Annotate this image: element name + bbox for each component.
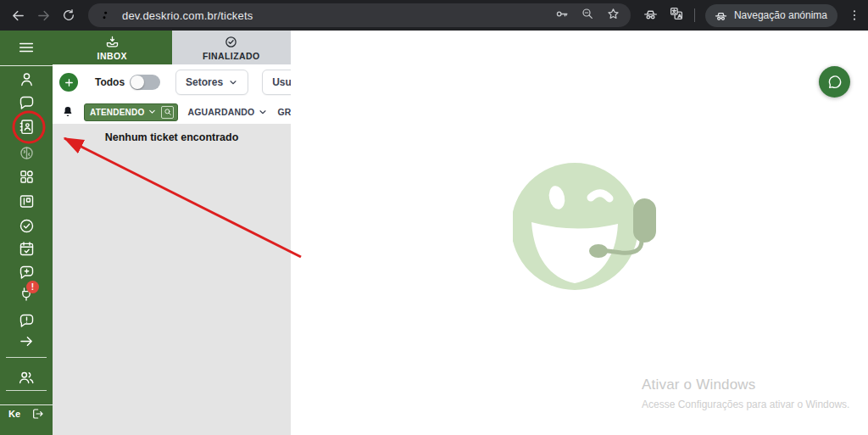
- sidebar: ! Ke: [0, 31, 53, 435]
- incognito-mode-pill[interactable]: Navegação anónima: [705, 4, 837, 27]
- logout-button[interactable]: [31, 407, 44, 421]
- watermark-title: Ativar o Windows: [642, 376, 849, 393]
- check-circle-icon: [224, 35, 238, 49]
- sidebar-item-completed[interactable]: [0, 215, 53, 236]
- check-circle-icon: [18, 217, 36, 235]
- chevron-down-icon: [258, 107, 268, 117]
- tab-finalizado[interactable]: FINALIZADO: [172, 31, 292, 64]
- toolbar-divider: [694, 8, 695, 22]
- setores-dropdown[interactable]: Setores: [175, 70, 248, 95]
- atendendo-label: ATENDENDO: [90, 108, 144, 117]
- contact-book-icon: [18, 118, 36, 136]
- incognito-label: Navegação anónima: [734, 9, 827, 21]
- menu-button[interactable]: [0, 37, 53, 58]
- brain-icon: [18, 144, 36, 162]
- inbox-icon: [105, 35, 120, 49]
- chat-fab-button[interactable]: [819, 66, 850, 98]
- chevron-down-icon: [228, 77, 238, 87]
- screen: dev.deskrio.com.br/tickets: [0, 0, 868, 435]
- todos-toggle[interactable]: [130, 75, 160, 90]
- site-settings-icon[interactable]: [98, 8, 114, 23]
- browser-menu-button[interactable]: [848, 8, 861, 22]
- watermark-subtitle: Acesse Configurações para ativar o Windo…: [642, 399, 849, 410]
- translate-icon[interactable]: [669, 6, 684, 25]
- filter-row: Todos Setores Usuários: [53, 64, 291, 100]
- windows-activation-watermark: Ativar o Windows Acesse Configurações pa…: [642, 376, 849, 410]
- tab-inbox-label: INBOX: [97, 51, 127, 61]
- sidebar-item-collapse[interactable]: [0, 331, 53, 351]
- chevron-down-icon: [147, 107, 158, 117]
- tab-inbox[interactable]: INBOX: [53, 31, 172, 64]
- add-ticket-button[interactable]: [59, 73, 78, 92]
- toggle-knob: [131, 75, 144, 89]
- grid-icon: [18, 168, 36, 186]
- search-tickets-button[interactable]: [161, 106, 174, 119]
- back-arrow-icon: [11, 8, 25, 23]
- forward-button[interactable]: [31, 3, 55, 27]
- zoom-icon[interactable]: [581, 7, 594, 24]
- forward-arrow-icon: [36, 8, 51, 23]
- chat-bubble-icon: [18, 94, 36, 112]
- sidebar-item-teams[interactable]: [0, 367, 53, 388]
- sidebar-item-integrations[interactable]: !: [0, 284, 53, 304]
- status-tab-row: ATENDENDO AGUARDANDO GRUPOS: [53, 100, 291, 124]
- sidebar-item-chat-alerts[interactable]: [0, 310, 53, 331]
- status-tab-aguardando[interactable]: AGUARDANDO: [187, 107, 268, 117]
- address-bar[interactable]: dev.deskrio.com.br/tickets: [88, 3, 631, 27]
- search-icon: [164, 108, 172, 116]
- aguardando-label: AGUARDANDO: [187, 107, 254, 117]
- calendar-check-icon: [18, 240, 36, 258]
- reload-icon: [62, 8, 75, 22]
- hamburger-icon: [17, 38, 36, 57]
- chat-alert-icon: [18, 312, 36, 330]
- sidebar-item-new-chat[interactable]: [0, 262, 53, 282]
- todos-label: Todos: [95, 76, 125, 88]
- notification-bell-icon[interactable]: [61, 105, 75, 119]
- kebab-menu-icon: [848, 8, 861, 22]
- incognito-indicator-icon: [643, 6, 659, 25]
- sidebar-user-row: Ke: [0, 407, 53, 421]
- sidebar-item-apps[interactable]: [0, 166, 53, 187]
- deskrio-mascot-logo: [513, 159, 661, 295]
- person-icon: [18, 70, 36, 88]
- reload-button[interactable]: [57, 3, 81, 27]
- chat-plus-icon: [18, 264, 36, 282]
- incognito-hat-icon: [714, 8, 728, 23]
- user-initials: Ke: [8, 409, 20, 419]
- alert-badge: !: [26, 281, 39, 293]
- main-content: Ativar o Windows Acesse Configurações pa…: [291, 31, 868, 435]
- sidebar-divider: [0, 65, 53, 66]
- sidebar-divider: [6, 357, 47, 358]
- sidebar-item-ai[interactable]: [0, 142, 53, 163]
- setores-label: Setores: [186, 76, 223, 88]
- panel-tabs: INBOX FINALIZADO: [53, 31, 291, 64]
- status-tab-atendendo[interactable]: ATENDENDO: [84, 103, 178, 121]
- kanban-card-icon: [18, 192, 36, 210]
- plus-icon: [64, 77, 75, 88]
- sidebar-divider: [0, 404, 53, 405]
- sidebar-item-schedule[interactable]: [0, 238, 53, 259]
- ticket-panel: INBOX FINALIZADO Todos Setores Us: [53, 31, 291, 435]
- sidebar-item-chats[interactable]: [0, 92, 53, 113]
- logout-icon: [31, 407, 44, 421]
- empty-state-message: Nenhum ticket encontrado: [53, 131, 291, 143]
- bookmark-star-icon[interactable]: [606, 7, 620, 25]
- sidebar-divider: [6, 390, 47, 391]
- arrow-right-icon: [18, 332, 36, 350]
- people-icon: [17, 368, 36, 387]
- ticket-list: Nenhum ticket encontrado: [53, 124, 291, 435]
- sidebar-item-profile[interactable]: [0, 69, 53, 89]
- browser-toolbar: dev.deskrio.com.br/tickets: [0, 0, 868, 31]
- back-button[interactable]: [6, 3, 30, 27]
- tab-finalizado-label: FINALIZADO: [203, 51, 260, 61]
- passkey-icon[interactable]: [554, 7, 569, 25]
- url-text[interactable]: dev.deskrio.com.br/tickets: [122, 9, 554, 22]
- chat-bubble-icon: [826, 74, 843, 91]
- sidebar-item-contacts[interactable]: [0, 116, 53, 137]
- sidebar-item-kanban[interactable]: [0, 191, 53, 211]
